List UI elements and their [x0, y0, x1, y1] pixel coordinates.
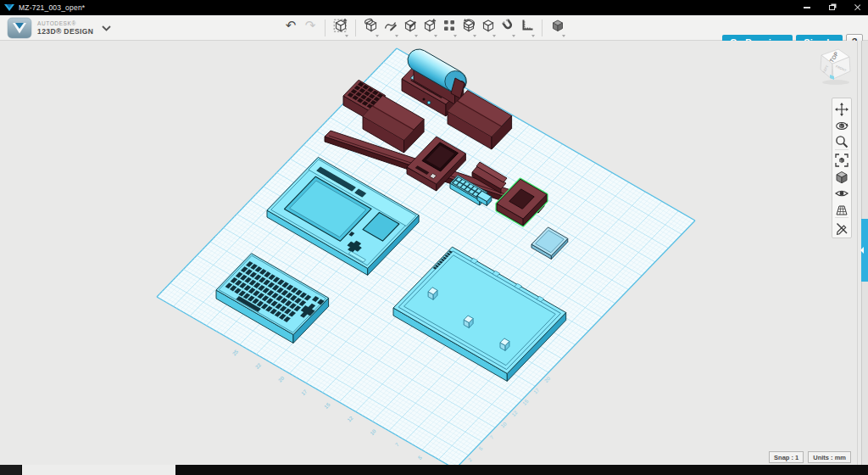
toolbar-sketch-icon[interactable] [383, 18, 398, 38]
grid-ruler-label: 10 [370, 428, 377, 436]
toolbar-separator [325, 20, 326, 36]
grid-ruler-label: 12 [347, 415, 354, 422]
units-setting[interactable]: Units : mm [808, 451, 851, 463]
123d-design-window: MZ-721_003_open* AUTODESK® 123D® DESIGN [0, 0, 868, 475]
restore-button[interactable] [826, 3, 837, 14]
toolbar-construct-icon[interactable] [422, 18, 437, 38]
app-triangle-icon [3, 3, 15, 13]
grid-ruler-label: 20 [277, 375, 285, 383]
grid-ruler-label: 7 [489, 434, 495, 440]
navigation-toolbar [832, 98, 852, 238]
shaded-icon[interactable] [835, 170, 849, 184]
grid-ruler-label: 25 [231, 349, 239, 356]
part-printer-led-dark[interactable] [423, 98, 426, 101]
toolbar-undo-icon[interactable]: ↶ [283, 18, 298, 38]
ground-grid[interactable] [157, 48, 695, 465]
grid-icon[interactable] [835, 204, 849, 217]
nav-separator [835, 217, 849, 218]
svg-text:↷: ↷ [304, 18, 315, 33]
toolbar-separator [355, 20, 356, 36]
toolbar-transform-icon[interactable] [333, 18, 348, 38]
minimize-button[interactable] [801, 3, 812, 14]
toolbar-measure-icon[interactable] [520, 18, 535, 38]
nav-separator [835, 149, 849, 150]
grid-ruler-label: 5 [478, 445, 484, 451]
grid-ruler-label: 15 [323, 401, 331, 409]
os-taskbar [0, 465, 868, 475]
dropdown-caret-icon [562, 35, 565, 37]
close-button[interactable] [852, 3, 863, 14]
app-menu-button[interactable]: AUTODESK® 123D® DESIGN [7, 17, 111, 39]
dropdown-caret-icon [512, 35, 515, 37]
snap-setting[interactable]: Snap : 1 [769, 451, 804, 463]
panel-divider [857, 41, 858, 465]
toolbar-icon-row: ↶↷ [281, 18, 567, 38]
pan-icon[interactable] [835, 103, 849, 116]
toolbar-grouping-icon[interactable] [461, 18, 476, 38]
brand-line-2: 123D® DESIGN [37, 28, 93, 36]
grid-ruler-label: 22 [254, 362, 262, 370]
dropdown-caret-icon [415, 35, 418, 37]
dropdown-caret-icon [492, 35, 496, 37]
grid-ruler-label: 5 [417, 455, 423, 461]
scrollbar-arrow-icon [860, 247, 864, 254]
right-scrollbar[interactable] [861, 41, 868, 465]
svg-text:↶: ↶ [285, 18, 296, 33]
visibility-icon[interactable] [835, 187, 849, 200]
grid-ruler-label: 7 [394, 441, 400, 447]
dropdown-caret-icon [345, 35, 348, 37]
grid-ruler-label: 2 [467, 456, 473, 462]
chevron-down-icon [102, 25, 111, 31]
start-button[interactable] [0, 465, 21, 475]
toolbar-separator [542, 20, 542, 36]
toolbar-materials-icon[interactable] [550, 18, 565, 38]
toolbar-combine-icon[interactable] [481, 18, 496, 38]
123d-logo-icon [7, 17, 32, 39]
fit-icon[interactable] [835, 154, 849, 167]
dropdown-caret-icon [453, 35, 457, 37]
dropdown-caret-icon [531, 35, 535, 37]
toolbar-snap-icon[interactable] [500, 18, 515, 38]
zoom-icon[interactable] [835, 135, 849, 148]
orbit-icon[interactable] [835, 119, 849, 132]
toolbar-primitives-icon[interactable] [364, 18, 379, 38]
dropdown-caret-icon [434, 35, 437, 37]
toolbar-redo-icon[interactable]: ↷ [303, 18, 318, 38]
part-printer-led[interactable] [427, 101, 431, 104]
main-toolbar: AUTODESK® 123D® DESIGN ↶↷ Go Premium Sig… [0, 15, 868, 41]
view-cube[interactable]: TOP LEFT FRONT [810, 44, 858, 90]
dropdown-caret-icon [376, 35, 379, 37]
brand-line-1: AUTODESK® [37, 21, 93, 27]
dropdown-caret-icon [395, 35, 398, 37]
toolbar-text-icon[interactable] [403, 18, 418, 38]
window-title: MZ-721_003_open* [19, 3, 85, 12]
viewport[interactable]: 25222017151210752571012151720 TOP LEFT F… [0, 41, 868, 465]
sketch-visibility-icon[interactable] [835, 221, 849, 235]
3d-scene[interactable]: 25222017151210752571012151720 [0, 41, 868, 465]
scrollbar-thumb[interactable] [861, 219, 868, 282]
titlebar: MZ-721_003_open* [0, 0, 868, 15]
taskbar-app-button[interactable] [22, 465, 175, 475]
grid-ruler-label: 17 [300, 388, 308, 396]
dropdown-caret-icon [473, 35, 476, 37]
toolbar-pattern-icon[interactable] [442, 18, 457, 38]
